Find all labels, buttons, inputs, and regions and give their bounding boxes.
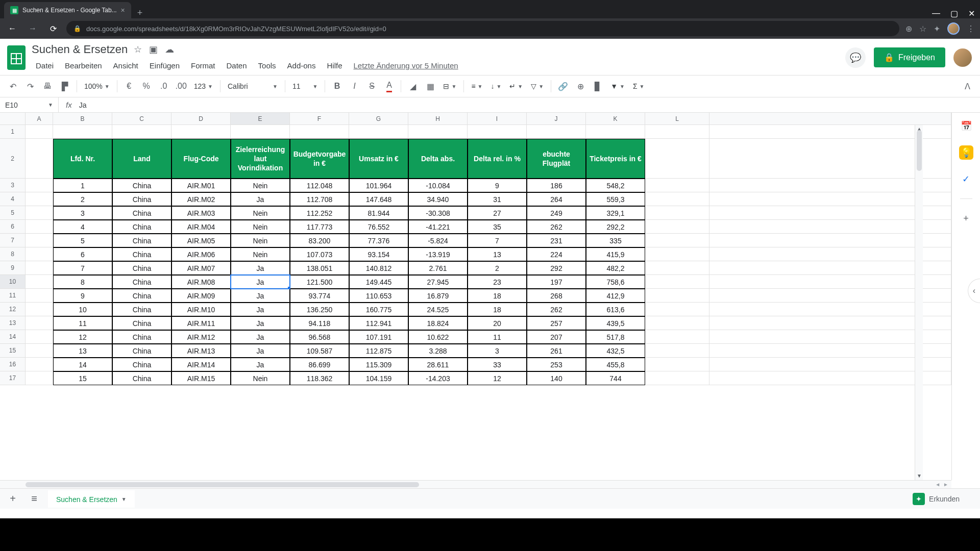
row-header[interactable]: 12 bbox=[0, 303, 26, 316]
comments-button-icon[interactable]: 💬 bbox=[845, 47, 866, 68]
cell[interactable] bbox=[26, 179, 53, 192]
cell[interactable] bbox=[586, 125, 645, 139]
cell[interactable]: 96.568 bbox=[290, 330, 349, 344]
row-header[interactable]: 4 bbox=[0, 192, 26, 206]
cell[interactable]: 262 bbox=[527, 303, 586, 316]
tasks-addon-icon[interactable]: ✓ bbox=[959, 172, 973, 186]
cell[interactable]: 83.200 bbox=[290, 234, 349, 247]
cell[interactable]: AIR.M12 bbox=[172, 330, 231, 344]
currency-icon[interactable]: € bbox=[121, 79, 137, 94]
cell[interactable]: AIR.M01 bbox=[172, 179, 231, 192]
column-title[interactable]: Delta abs. bbox=[408, 139, 468, 179]
cell[interactable]: AIR.M08 bbox=[172, 275, 231, 289]
cell[interactable] bbox=[645, 316, 709, 330]
cell[interactable]: China bbox=[112, 358, 172, 371]
cell[interactable]: China bbox=[112, 220, 172, 234]
cell[interactable]: 76.552 bbox=[349, 220, 408, 234]
add-sheet-icon[interactable]: + bbox=[5, 493, 20, 505]
cell[interactable]: 432,5 bbox=[586, 344, 645, 358]
cell[interactable]: -41.221 bbox=[408, 220, 468, 234]
sheet-nav-right-icon[interactable]: ► bbox=[943, 482, 948, 487]
reload-button-icon[interactable]: ⟳ bbox=[46, 24, 60, 34]
cell[interactable]: Nein bbox=[231, 220, 290, 234]
cell[interactable]: China bbox=[112, 371, 172, 385]
vertical-scrollbar[interactable]: ▲ ▼ bbox=[915, 125, 923, 480]
cell[interactable] bbox=[26, 206, 53, 220]
cell[interactable]: 86.699 bbox=[290, 358, 349, 371]
cell[interactable]: AIR.M06 bbox=[172, 247, 231, 261]
back-button-icon[interactable]: ← bbox=[5, 24, 19, 33]
cell[interactable]: 264 bbox=[527, 192, 586, 206]
column-title[interactable]: ebuchte Flugplät bbox=[527, 139, 586, 179]
cell[interactable]: 9 bbox=[53, 289, 112, 303]
cell[interactable]: 31 bbox=[468, 192, 527, 206]
cell[interactable]: 121.500 bbox=[290, 275, 349, 289]
row-header[interactable]: 11 bbox=[0, 289, 26, 303]
profile-avatar-icon[interactable] bbox=[947, 22, 960, 35]
cell[interactable]: AIR.M09 bbox=[172, 289, 231, 303]
cell[interactable] bbox=[645, 275, 709, 289]
percent-icon[interactable]: % bbox=[139, 79, 154, 94]
cell[interactable]: China bbox=[112, 330, 172, 344]
star-icon[interactable]: ☆ bbox=[134, 44, 142, 55]
sheet-tab[interactable]: Suchen & Ersetzen ▼ bbox=[48, 490, 135, 508]
cell[interactable]: 93.774 bbox=[290, 289, 349, 303]
column-title[interactable]: Ticketpreis in € bbox=[586, 139, 645, 179]
cell[interactable]: 3.288 bbox=[408, 344, 468, 358]
cell[interactable]: 140.812 bbox=[349, 261, 408, 275]
cell[interactable]: 115.309 bbox=[349, 358, 408, 371]
keep-addon-icon[interactable]: 💡 bbox=[959, 145, 973, 160]
cell[interactable] bbox=[645, 206, 709, 220]
forward-button-icon[interactable]: → bbox=[26, 24, 40, 33]
cell[interactable]: AIR.M10 bbox=[172, 303, 231, 316]
rotate-dropdown[interactable]: ▽▼ bbox=[528, 79, 547, 94]
cell[interactable]: 24.525 bbox=[408, 303, 468, 316]
cell[interactable]: 224 bbox=[527, 247, 586, 261]
cell[interactable]: -5.824 bbox=[408, 234, 468, 247]
menu-hilfe[interactable]: Hilfe bbox=[323, 59, 346, 72]
row-header[interactable]: 7 bbox=[0, 234, 26, 247]
cell[interactable]: 34.940 bbox=[408, 192, 468, 206]
cell[interactable]: 517,8 bbox=[586, 330, 645, 344]
paint-format-icon[interactable]: ▛ bbox=[57, 79, 72, 94]
cell[interactable]: 257 bbox=[527, 316, 586, 330]
cell[interactable]: 33 bbox=[468, 358, 527, 371]
functions-dropdown[interactable]: Σ▼ bbox=[630, 79, 648, 94]
merge-cells-dropdown[interactable]: ⊟▼ bbox=[440, 79, 459, 94]
cell[interactable]: 207 bbox=[527, 330, 586, 344]
cell[interactable]: China bbox=[112, 344, 172, 358]
font-dropdown[interactable]: Calibri▼ bbox=[225, 79, 281, 94]
cell[interactable]: 112.875 bbox=[349, 344, 408, 358]
cell[interactable]: 110.653 bbox=[349, 289, 408, 303]
cell[interactable] bbox=[645, 289, 709, 303]
cell[interactable] bbox=[53, 125, 112, 139]
cell[interactable]: 18.824 bbox=[408, 316, 468, 330]
cell[interactable] bbox=[645, 234, 709, 247]
select-all-corner[interactable] bbox=[0, 113, 26, 124]
cloud-status-icon[interactable]: ☁ bbox=[165, 44, 174, 55]
cell[interactable]: -10.084 bbox=[408, 179, 468, 192]
cell[interactable]: 160.775 bbox=[349, 303, 408, 316]
row-header[interactable]: 3 bbox=[0, 179, 26, 192]
cell[interactable]: 292,2 bbox=[586, 220, 645, 234]
cell[interactable]: 147.648 bbox=[349, 192, 408, 206]
vscroll-thumb[interactable] bbox=[917, 130, 922, 171]
cell[interactable]: 758,6 bbox=[586, 275, 645, 289]
cell[interactable]: Ja bbox=[231, 358, 290, 371]
cell[interactable]: 101.964 bbox=[349, 179, 408, 192]
wrap-dropdown[interactable]: ↵▼ bbox=[506, 79, 526, 94]
v-align-dropdown[interactable]: ↓▼ bbox=[487, 79, 504, 94]
cell[interactable]: Nein bbox=[231, 179, 290, 192]
h-align-dropdown[interactable]: ≡▼ bbox=[468, 79, 485, 94]
cell[interactable]: 112.708 bbox=[290, 192, 349, 206]
cell[interactable]: 613,6 bbox=[586, 303, 645, 316]
cell[interactable]: 118.362 bbox=[290, 371, 349, 385]
cell[interactable] bbox=[112, 125, 172, 139]
cell[interactable]: 16.879 bbox=[408, 289, 468, 303]
cell[interactable]: 112.941 bbox=[349, 316, 408, 330]
cell[interactable]: Nein bbox=[231, 371, 290, 385]
cell[interactable] bbox=[290, 125, 349, 139]
cell[interactable]: 140 bbox=[527, 371, 586, 385]
cell[interactable]: China bbox=[112, 179, 172, 192]
col-header[interactable]: L bbox=[645, 113, 709, 124]
